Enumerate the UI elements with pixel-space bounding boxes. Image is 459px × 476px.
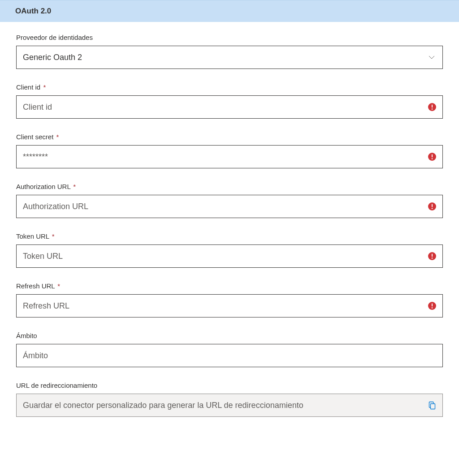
required-indicator: * <box>56 133 59 141</box>
refresh-url-input-wrapper <box>16 294 443 317</box>
client-secret-input[interactable] <box>16 145 443 168</box>
redirect-url-group: URL de redireccionamiento <box>16 382 443 417</box>
identity-provider-label: Proveedor de identidades <box>16 34 443 41</box>
client-id-group: Client id * <box>16 83 443 119</box>
svg-point-2 <box>432 108 433 110</box>
scope-label: Ámbito <box>16 332 443 339</box>
client-id-label: Client id * <box>16 83 443 91</box>
form-area: Proveedor de identidades Client id * Cli… <box>0 22 459 426</box>
authorization-url-label: Authorization URL * <box>16 183 443 190</box>
client-id-input[interactable] <box>16 95 443 119</box>
authorization-url-group: Authorization URL * <box>16 183 443 218</box>
client-id-input-wrapper <box>16 95 443 119</box>
error-icon <box>428 202 437 211</box>
authorization-url-input-wrapper <box>16 195 443 218</box>
required-indicator: * <box>52 232 55 240</box>
error-icon <box>428 252 437 261</box>
svg-rect-7 <box>432 204 433 207</box>
svg-point-5 <box>432 158 433 159</box>
section-title: OAuth 2.0 <box>15 7 51 15</box>
svg-point-11 <box>432 257 433 259</box>
redirect-url-label: URL de redireccionamiento <box>16 382 443 389</box>
client-secret-group: Client secret * <box>16 133 443 168</box>
redirect-url-input <box>16 394 443 417</box>
token-url-group: Token URL * <box>16 232 443 268</box>
scope-group: Ámbito <box>16 332 443 367</box>
svg-point-14 <box>432 307 433 309</box>
svg-rect-1 <box>432 105 433 108</box>
svg-rect-4 <box>432 154 433 158</box>
redirect-url-input-wrapper <box>16 394 443 417</box>
svg-rect-13 <box>432 304 433 307</box>
svg-rect-15 <box>431 404 435 409</box>
scope-input-wrapper <box>16 344 443 367</box>
copy-icon[interactable] <box>428 401 437 410</box>
section-header: OAuth 2.0 <box>0 0 459 22</box>
client-secret-input-wrapper <box>16 145 443 168</box>
authorization-url-input[interactable] <box>16 195 443 218</box>
error-icon <box>428 301 437 310</box>
token-url-input-wrapper <box>16 244 443 268</box>
scope-input[interactable] <box>16 344 443 367</box>
token-url-input[interactable] <box>16 244 443 268</box>
required-indicator: * <box>43 83 46 91</box>
required-indicator: * <box>57 282 60 290</box>
error-icon <box>428 152 437 161</box>
client-secret-label: Client secret * <box>16 133 443 141</box>
svg-point-8 <box>432 208 433 209</box>
refresh-url-input[interactable] <box>16 294 443 317</box>
identity-provider-select-wrapper <box>16 46 443 69</box>
refresh-url-label: Refresh URL * <box>16 282 443 290</box>
required-indicator: * <box>73 183 76 190</box>
identity-provider-select[interactable] <box>16 46 443 69</box>
identity-provider-group: Proveedor de identidades <box>16 34 443 69</box>
svg-rect-10 <box>432 254 433 257</box>
token-url-label: Token URL * <box>16 232 443 240</box>
refresh-url-group: Refresh URL * <box>16 282 443 317</box>
error-icon <box>428 103 437 111</box>
